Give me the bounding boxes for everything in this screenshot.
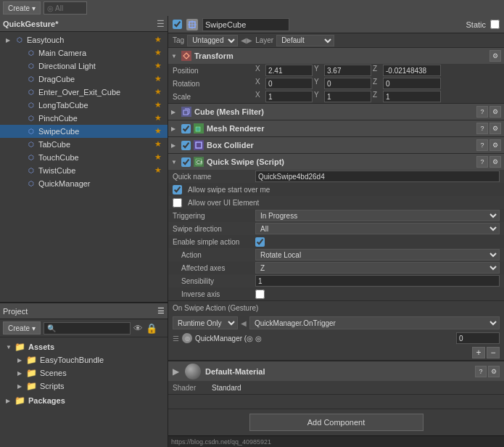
static-checkbox[interactable] xyxy=(490,20,500,29)
scale-x-input[interactable] xyxy=(265,91,313,102)
quickswipe-checkbox[interactable] xyxy=(181,157,191,167)
layer-select[interactable]: Default xyxy=(276,35,334,46)
swipedir-select[interactable]: All xyxy=(255,223,500,234)
svg-text:C#: C# xyxy=(197,160,202,165)
asset-item-assets[interactable]: ▼ 📁 Assets xyxy=(3,340,165,353)
tag-select[interactable]: Untagged xyxy=(187,35,238,46)
meshrenderer-checkbox[interactable] xyxy=(181,124,191,134)
tree-item-easytouch[interactable]: ▶ ⬡ Easytouch ★ xyxy=(0,33,168,46)
top-bar: Create ▾ xyxy=(0,0,504,16)
search-input[interactable] xyxy=(44,1,87,15)
material-help-btn[interactable]: ? xyxy=(475,366,487,377)
gesture-header: On Swipe Action (Gesture) xyxy=(168,300,504,315)
inverseaxis-row: Inverse axis xyxy=(168,287,504,300)
obj-active-checkbox[interactable] xyxy=(173,20,182,29)
boxcollider-header[interactable]: ▶ Box Collider ? ⚙ xyxy=(168,137,504,153)
allowui-checkbox[interactable] xyxy=(173,198,182,208)
rot-x-input[interactable] xyxy=(265,78,313,89)
manager-label: QuickManager (◎ ◎ xyxy=(195,335,453,343)
manager-input[interactable] xyxy=(456,332,500,344)
boxcollider-settings-btn[interactable]: ⚙ xyxy=(489,139,501,151)
tree-item-pinch[interactable]: ⬡ PinchCube ★ xyxy=(0,112,168,125)
project-menu-btn[interactable]: ☰ xyxy=(157,306,165,316)
quickswipe-settings-btn[interactable]: ⚙ xyxy=(489,156,501,168)
gameobj-icon: ⬡ xyxy=(26,126,36,136)
inverseaxis-checkbox[interactable] xyxy=(255,290,265,299)
quickname-input[interactable] xyxy=(255,171,500,182)
tree-item-enterexit[interactable]: ⬡ Enter_Over_Exit_Cube ★ xyxy=(0,86,168,99)
script-icon: C# xyxy=(194,157,204,167)
add-event-btn[interactable]: + xyxy=(472,347,485,358)
scale-z-input[interactable] xyxy=(383,91,441,102)
lock-icon[interactable]: 🔒 xyxy=(146,323,157,334)
meshfilter-settings-btn[interactable]: ⚙ xyxy=(489,106,501,118)
sensibility-value xyxy=(255,275,500,287)
pos-z-input[interactable] xyxy=(383,65,441,76)
create-button[interactable]: Create ▾ xyxy=(3,1,41,15)
star-icon: ★ xyxy=(154,35,165,45)
meshrenderer-help-btn[interactable]: ? xyxy=(476,123,488,134)
tree-item-longtab[interactable]: ⬡ LongTabCube ★ xyxy=(0,99,168,112)
scale-y-input[interactable] xyxy=(324,91,371,102)
star-icon: ★ xyxy=(154,165,165,176)
tree-item-swipecube[interactable]: ⬡ SwipeCube ★ xyxy=(0,125,168,138)
add-component-button[interactable]: Add Component xyxy=(249,414,424,431)
tree-item-dragcube[interactable]: ⬡ DragCube ★ xyxy=(0,73,168,86)
gesture-row1: Runtime Only ◀ QuickManager.OnTrigger xyxy=(168,315,504,331)
project-create-btn[interactable]: Create ▾ xyxy=(3,321,41,335)
rot-y-input[interactable] xyxy=(324,78,371,89)
meshfilter-header[interactable]: ▶ Cube (Mesh Filter) ? ⚙ xyxy=(168,104,504,120)
material-arrow[interactable]: ▶ xyxy=(173,366,179,377)
asset-item-easytouch[interactable]: ▶ 📁 EasyTouchBundle xyxy=(3,353,165,366)
boxcollider-checkbox[interactable] xyxy=(181,141,191,150)
transform-header[interactable]: ▼ Transform ⚙ xyxy=(168,48,504,64)
rot-z-input[interactable] xyxy=(383,78,441,89)
hierarchy-menu-btn[interactable]: ☰ xyxy=(157,19,165,29)
action-select[interactable]: Rotate Local xyxy=(255,249,500,261)
obj-name-input[interactable] xyxy=(202,18,289,31)
project-search-input[interactable] xyxy=(44,322,131,335)
transform-settings-btn[interactable]: ⚙ xyxy=(489,50,501,62)
folder-icon: 📁 xyxy=(26,368,37,378)
shader-value: Standard xyxy=(212,384,241,392)
asset-item-packages[interactable]: ▶ 📁 Packages xyxy=(3,394,165,407)
tree-item-dirlight[interactable]: ⬡ Directional Light ★ xyxy=(0,60,168,73)
triggering-select[interactable]: In Progress xyxy=(255,210,500,221)
material-settings-btn[interactable]: ⚙ xyxy=(488,366,500,377)
asset-item-scenes[interactable]: ▶ 📁 Scenes xyxy=(3,366,165,380)
meshrenderer-header[interactable]: ▶ Mesh Renderer ? ⚙ xyxy=(168,120,504,136)
sensibility-input[interactable] xyxy=(255,275,500,287)
x-label: X xyxy=(255,91,264,102)
pos-y-input[interactable] xyxy=(324,65,371,76)
tree-item-twist[interactable]: ⬡ TwistCube ★ xyxy=(0,164,168,177)
obj-icon xyxy=(186,19,198,30)
static-label: Static xyxy=(466,20,486,29)
allowswipe-checkbox[interactable] xyxy=(173,185,182,194)
meshrenderer-settings-btn[interactable]: ⚙ xyxy=(489,123,501,134)
position-label: Position xyxy=(173,67,252,75)
component-btns: ? ⚙ xyxy=(476,156,501,168)
trigger-select[interactable]: QuickManager.OnTrigger xyxy=(249,316,500,329)
asset-item-scripts[interactable]: ▶ 📁 Scripts xyxy=(3,380,165,393)
boxcollider-help-btn[interactable]: ? xyxy=(476,139,488,151)
affectedaxes-select[interactable]: Z xyxy=(255,262,500,274)
enablesimple-checkbox[interactable] xyxy=(255,237,265,247)
quickswipe-header[interactable]: ▼ C# Quick Swipe (Script) ? ⚙ xyxy=(168,154,504,170)
eye-icon[interactable]: 👁 xyxy=(133,323,143,334)
remove-event-btn[interactable]: − xyxy=(487,347,500,358)
tree-item-quickmanager[interactable]: ⬡ QuickManager xyxy=(0,177,168,190)
pos-x-input[interactable] xyxy=(265,65,313,76)
meshfilter-help-btn[interactable]: ? xyxy=(476,106,488,118)
left-panel: QuickGesture* ☰ ▶ ⬡ Easytouch ★ ⬡ Main C… xyxy=(0,16,168,447)
star-icon: ★ xyxy=(154,139,165,149)
add-component-bar: Add Component xyxy=(168,409,504,435)
tree-item-touch[interactable]: ⬡ TouchCube ★ xyxy=(0,151,168,164)
tree-item-maincamera[interactable]: ⬡ Main Camera ★ xyxy=(0,46,168,60)
gameobj-icon: ⬡ xyxy=(26,113,36,123)
tree-item-tab[interactable]: ⬡ TabCube ★ xyxy=(0,138,168,151)
quickswipe-help-btn[interactable]: ? xyxy=(476,156,488,168)
expand-icon: ▶ xyxy=(17,370,26,377)
runtime-select[interactable]: Runtime Only xyxy=(173,316,238,329)
action-value: Rotate Local xyxy=(255,249,500,261)
project-panel: Project ☰ Create ▾ 👁 🔒 ▼ 📁 Assets ▶ 📁 Ea xyxy=(0,302,168,447)
